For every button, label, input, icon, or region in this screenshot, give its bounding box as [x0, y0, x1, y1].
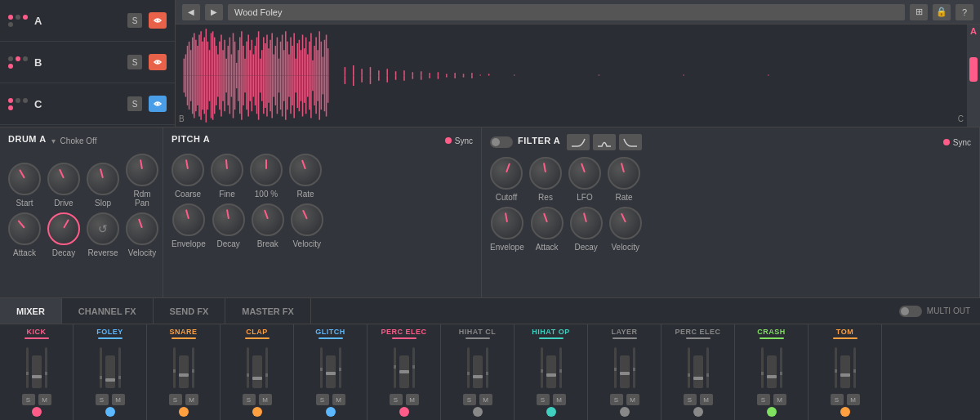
channel-fader[interactable] [840, 355, 850, 388]
drum-reverse-button[interactable]: ↺ [87, 212, 119, 245]
channel-fader-area [224, 342, 290, 392]
channel-mute-button[interactable]: M [259, 394, 272, 405]
filter-cutoff-knob[interactable] [490, 157, 523, 190]
channel-fader[interactable] [620, 355, 630, 388]
mixer-channel-glitch: GLITCH S M [294, 324, 368, 420]
channel-underline [833, 337, 858, 339]
fader-level [853, 369, 856, 373]
scrollbar-handle[interactable] [969, 57, 978, 82]
track-a-link-button[interactable] [149, 12, 167, 29]
next-button[interactable]: ▶ [205, 4, 223, 20]
channel-mute-button[interactable]: M [553, 394, 566, 405]
channel-mute-button[interactable]: M [773, 394, 786, 405]
tab-master-fx[interactable]: MASTER FX [225, 298, 311, 324]
channel-fader[interactable] [326, 355, 336, 388]
channel-fader[interactable] [693, 355, 703, 388]
filter-velocity-knob[interactable] [609, 207, 642, 239]
waveform-scrollbar[interactable] [967, 25, 980, 127]
waveform-settings-button[interactable]: ⊞ [910, 4, 928, 20]
channel-solo-button[interactable]: S [610, 394, 623, 405]
pitch-sync-dot [445, 137, 452, 144]
channel-solo-button[interactable]: S [463, 394, 476, 405]
channel-fader[interactable] [32, 355, 42, 388]
channel-mute-button[interactable]: M [185, 394, 198, 405]
pitch-velocity-knob[interactable] [291, 203, 323, 236]
fader-handle [693, 377, 703, 380]
pitch-fine-knob[interactable] [211, 154, 243, 186]
drum-start-knob[interactable] [8, 163, 41, 195]
pitch-envelope-knob[interactable] [172, 203, 205, 236]
track-c-solo-button[interactable]: S [127, 96, 142, 111]
channel-solo-button[interactable]: S [96, 394, 109, 405]
preset-search-input[interactable] [228, 4, 905, 20]
mixer-channel-clap: CLAP S M [220, 324, 294, 420]
drum-slop-knob[interactable] [87, 163, 119, 195]
channel-sm-row: S M [22, 394, 51, 405]
drum-rdmpan-knob[interactable] [126, 154, 158, 186]
channel-solo-button[interactable]: S [831, 394, 844, 405]
channel-fader[interactable] [767, 355, 777, 388]
pitch-percent-knob[interactable] [250, 154, 283, 186]
waveform-help-button[interactable]: ? [956, 4, 973, 20]
filter-lp-button[interactable] [567, 134, 590, 150]
pitch-decay-knob[interactable] [212, 203, 245, 236]
tab-channel-fx[interactable]: CHANNEL FX [62, 298, 154, 324]
filter-panel-header: FILTER A Sync [490, 134, 971, 150]
track-b-link-button[interactable] [149, 54, 167, 70]
filter-lfo-knob[interactable] [568, 157, 601, 190]
filter-envelope-knob[interactable] [491, 207, 523, 239]
channel-solo-button[interactable]: S [169, 394, 182, 405]
channel-mute-button[interactable]: M [626, 394, 639, 405]
track-b-solo-button[interactable]: S [127, 55, 142, 69]
dot [8, 98, 13, 103]
channel-fader[interactable] [546, 355, 556, 388]
channel-fader[interactable] [399, 355, 409, 388]
drum-velocity-knob[interactable] [126, 212, 158, 245]
filter-toggle-button[interactable] [490, 136, 513, 148]
channel-solo-button[interactable]: S [243, 394, 256, 405]
waveform-display[interactable]: B C A [176, 25, 980, 127]
track-a-solo-button[interactable]: S [127, 13, 142, 28]
channel-mute-button[interactable]: M [406, 394, 419, 405]
channel-mute-button[interactable]: M [112, 394, 125, 405]
filter-bp-button[interactable] [593, 134, 616, 150]
channel-solo-button[interactable]: S [22, 394, 35, 405]
channel-fader[interactable] [252, 355, 262, 388]
multi-out-toggle[interactable]: MULTI OUT [899, 306, 980, 317]
waveform-lock-button[interactable]: 🔒 [933, 4, 951, 20]
channel-color-dot [32, 407, 42, 417]
channel-mute-button[interactable]: M [479, 394, 492, 405]
channel-solo-button[interactable]: S [316, 394, 329, 405]
pitch-decay-label: Decay [217, 239, 240, 248]
filter-decay-knob[interactable] [570, 207, 603, 239]
filter-hp-button[interactable] [619, 134, 642, 150]
filter-rate-knob[interactable] [608, 157, 640, 190]
drum-drive-knob[interactable] [47, 163, 80, 195]
drum-attack-knob[interactable] [8, 212, 41, 245]
track-c-link-button[interactable] [149, 96, 167, 112]
filter-attack-knob[interactable] [531, 207, 564, 239]
channel-solo-button[interactable]: S [390, 394, 403, 405]
tab-mixer[interactable]: MIXER [0, 298, 62, 324]
pitch-coarse-knob[interactable] [172, 154, 204, 186]
tab-send-fx[interactable]: SEND FX [154, 298, 226, 324]
drum-decay-knob[interactable] [47, 212, 80, 245]
channel-fader[interactable] [473, 355, 483, 388]
prev-button[interactable]: ◀ [182, 4, 200, 20]
channel-mute-button[interactable]: M [700, 394, 713, 405]
pitch-rate-knob[interactable] [289, 154, 322, 186]
channel-solo-button[interactable]: S [684, 394, 697, 405]
channel-color-dot [326, 407, 336, 417]
channel-solo-button[interactable]: S [537, 394, 550, 405]
channel-fader[interactable] [179, 355, 189, 388]
channel-mute-button[interactable]: M [38, 394, 51, 405]
filter-res-knob[interactable] [529, 157, 562, 190]
track-b-dots [8, 56, 28, 69]
channel-solo-button[interactable]: S [757, 394, 770, 405]
pitch-break-knob[interactable] [252, 203, 284, 236]
channel-mute-button[interactable]: M [332, 394, 345, 405]
channel-sm-row: S M [169, 394, 198, 405]
channel-fader[interactable] [105, 355, 115, 388]
multi-out-toggle-button[interactable] [899, 306, 922, 317]
channel-mute-button[interactable]: M [847, 394, 860, 405]
